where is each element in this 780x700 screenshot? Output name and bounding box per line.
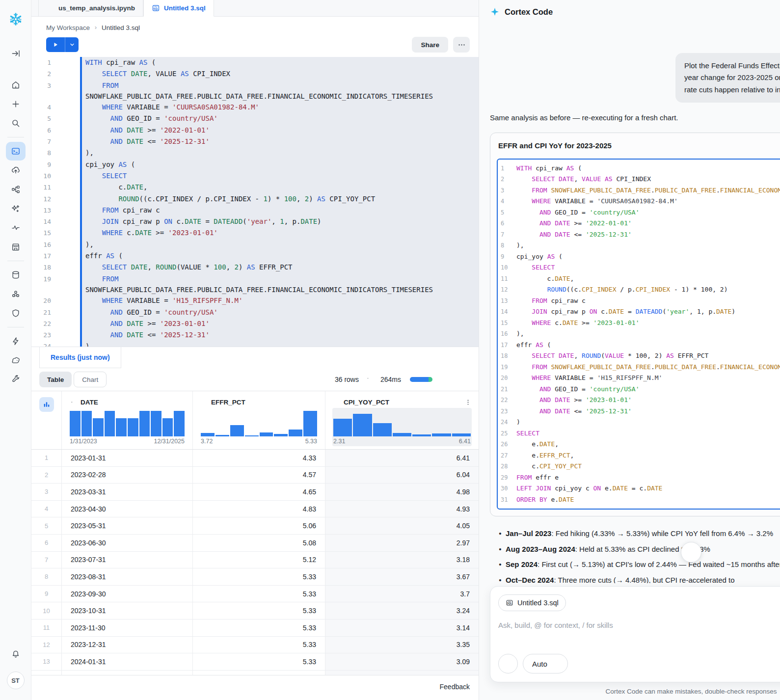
sidebar-item-data-load[interactable] — [6, 161, 26, 180]
cell-date[interactable]: 2023-01-31 — [62, 450, 193, 466]
table-row[interactable]: 52023-05-315.064.05 — [31, 517, 479, 535]
sidebar-item-marketplace[interactable] — [6, 238, 26, 256]
cell-cpi-yoy-pct[interactable]: 3.09 — [325, 653, 479, 670]
cell-cpi-yoy-pct[interactable]: 3.7 — [325, 586, 479, 602]
column-menu-icon[interactable] — [464, 399, 472, 406]
cell-date[interactable]: 2023-02-28 — [62, 467, 193, 484]
column-header-date[interactable]: DATE1/31/202312/31/2025 — [62, 391, 193, 449]
collapse-results-icon[interactable] — [462, 347, 471, 368]
new-tab-button[interactable] — [214, 0, 236, 16]
cell-effr-pct[interactable]: 4.33 — [193, 450, 325, 466]
sidebar-item-admin-tools[interactable] — [6, 370, 26, 389]
feedback-button[interactable]: Feedback — [428, 680, 470, 694]
cell-cpi-yoy-pct[interactable]: 4.98 — [325, 484, 479, 500]
sidebar-item-automation[interactable] — [6, 332, 26, 350]
breadcrumb-workspace[interactable]: My Workspace — [46, 24, 90, 31]
column-histogram[interactable]: 3.725.33 — [200, 408, 318, 446]
cell-effr-pct[interactable]: 5.08 — [193, 535, 325, 551]
sidebar-item-mascot[interactable] — [6, 351, 26, 370]
search-results-icon[interactable] — [296, 372, 311, 387]
warehouse-icon[interactable] — [369, 37, 385, 52]
add-attachment-button[interactable] — [498, 654, 518, 673]
tab-sql-active[interactable]: SQL Untitled 3.sql — [143, 0, 214, 17]
cell-date[interactable]: 2023-04-30 — [62, 501, 193, 517]
cell-cpi-yoy-pct[interactable]: 4.93 — [325, 501, 479, 517]
cell-cpi-yoy-pct[interactable]: 4.05 — [325, 517, 479, 534]
role-context-icon[interactable] — [349, 37, 366, 52]
table-row[interactable]: 72023-07-315.123.18 — [31, 552, 479, 569]
table-row[interactable]: 92023-09-305.333.7 — [31, 586, 479, 603]
cell-effr-pct[interactable]: 5.33 — [193, 653, 325, 670]
database-context-icon[interactable] — [388, 37, 405, 52]
sidebar-item-data[interactable] — [6, 266, 26, 284]
run-options-dropdown[interactable] — [65, 37, 79, 52]
column-histogram[interactable]: 1/31/202312/31/2025 — [69, 408, 186, 446]
table-row[interactable]: 32023-03-314.654.98 — [31, 484, 479, 501]
table-view-button[interactable]: Table — [39, 372, 72, 387]
sidebar-item-transform[interactable] — [6, 180, 26, 199]
cell-cpi-yoy-pct[interactable]: 3.18 — [325, 552, 479, 568]
notifications-bell-icon[interactable] — [6, 645, 26, 664]
snowflake-logo-icon[interactable] — [8, 12, 23, 27]
cell-effr-pct[interactable]: 5.33 — [193, 586, 325, 602]
mode-selector[interactable]: Auto — [523, 654, 568, 673]
cell-effr-pct[interactable]: 5.33 — [193, 602, 325, 619]
cell-effr-pct[interactable]: 4.83 — [193, 501, 325, 517]
share-button[interactable]: Share — [412, 37, 448, 53]
column-header-effr_pct[interactable]: EFFR_PCT3.725.33 — [193, 391, 325, 449]
table-row[interactable]: 112023-11-305.333.14 — [31, 619, 479, 637]
run-button[interactable] — [46, 37, 65, 52]
context-chip[interactable]: SQL Untitled 3.sql — [498, 594, 566, 611]
cell-effr-pct[interactable]: 4.65 — [193, 484, 325, 500]
table-row[interactable]: 22023-02-284.576.04 — [31, 467, 479, 484]
user-avatar[interactable]: ST — [7, 672, 25, 689]
scroll-to-bottom-button[interactable] — [681, 542, 701, 563]
generated-sql-code[interactable]: 1WITH cpi_raw AS (2 SELECT DATE, VALUE A… — [497, 159, 780, 510]
sidebar-item-create[interactable] — [6, 95, 26, 113]
sidebar-item-monitoring[interactable] — [6, 218, 26, 237]
sql-editor[interactable]: 1WITH cpi_raw AS (2 SELECT DATE, VALUE A… — [31, 54, 479, 347]
sidebar-item-collaboration[interactable] — [6, 285, 26, 303]
cell-cpi-yoy-pct[interactable]: 3.24 — [325, 602, 479, 619]
cell-effr-pct[interactable]: 4.57 — [193, 467, 325, 484]
cell-date[interactable]: 2023-10-31 — [62, 602, 193, 619]
results-table-body[interactable]: 12023-01-314.336.4122023-02-284.576.0432… — [31, 450, 479, 675]
chart-view-button[interactable]: Chart — [74, 372, 107, 387]
filter-icon[interactable] — [313, 372, 328, 387]
cell-date[interactable]: 2023-03-31 — [62, 484, 193, 500]
cell-effr-pct[interactable]: 5.06 — [193, 517, 325, 534]
download-icon[interactable] — [439, 372, 454, 387]
column-header-cpi_yoy_pct[interactable]: CPI_YOY_PCT2.316.41 — [325, 391, 479, 449]
results-tab[interactable]: Results (just now) — [39, 347, 121, 368]
cell-cpi-yoy-pct[interactable]: 3.35 — [325, 637, 479, 653]
cell-date[interactable]: 2023-07-31 — [62, 552, 193, 568]
cell-date[interactable]: 2023-05-31 — [62, 517, 193, 534]
info-icon[interactable] — [363, 372, 374, 387]
histogram-toggle-button[interactable] — [39, 397, 54, 412]
chat-input-placeholder[interactable]: Ask, build, @ for context, / for skills — [498, 621, 780, 629]
cell-effr-pct[interactable]: 5.33 — [193, 568, 325, 585]
sidebar-item-workspaces[interactable] — [6, 142, 26, 161]
toggle-bottom-panel-icon[interactable] — [62, 680, 78, 694]
query-history-icon[interactable] — [456, 372, 471, 387]
cell-cpi-yoy-pct[interactable]: 6.04 — [325, 467, 479, 484]
table-row[interactable]: 82023-08-315.333.67 — [31, 568, 479, 586]
cell-date[interactable]: 2023-09-30 — [62, 586, 193, 602]
home-shortcut-icon[interactable] — [380, 680, 396, 694]
cell-effr-pct[interactable]: 5.33 — [193, 619, 325, 636]
keyboard-shortcuts-icon[interactable] — [396, 680, 412, 694]
more-options-button[interactable] — [453, 37, 470, 53]
documentation-icon[interactable] — [412, 680, 428, 694]
cell-date[interactable]: 2024-01-31 — [62, 653, 193, 670]
table-row[interactable]: 122023-12-315.333.35 — [31, 637, 479, 654]
cell-date[interactable]: 2023-11-30 — [62, 619, 193, 636]
sidebar-item-search[interactable] — [6, 114, 26, 133]
cell-cpi-yoy-pct[interactable]: 3.14 — [325, 619, 479, 636]
table-row[interactable]: 62023-06-305.082.97 — [31, 535, 479, 552]
sidebar-item-ai-ml[interactable] — [6, 199, 26, 218]
cell-date[interactable]: 2023-06-30 — [62, 535, 193, 551]
sidebar-item-governance[interactable] — [6, 304, 26, 323]
chat-input-card[interactable]: SQL Untitled 3.sql Ask, build, @ for con… — [490, 586, 780, 682]
table-row[interactable]: 12023-01-314.336.41 — [31, 450, 479, 467]
cell-cpi-yoy-pct[interactable]: 3.67 — [325, 568, 479, 585]
